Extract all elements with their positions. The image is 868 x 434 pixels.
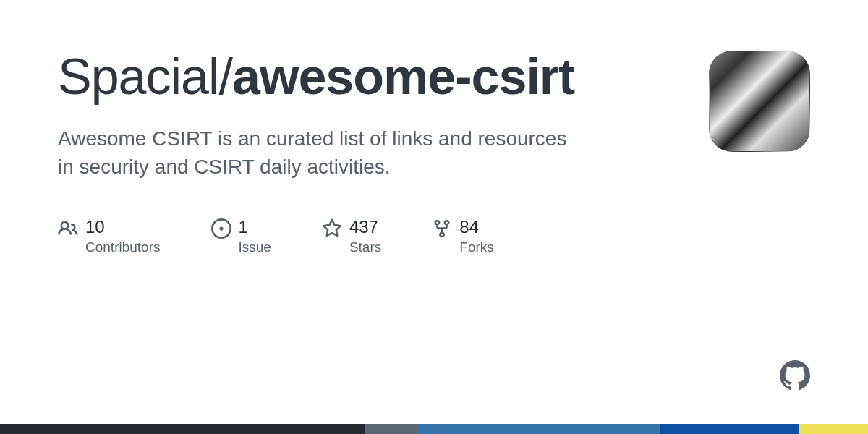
repo-name-part2[interactable]: csirt bbox=[472, 48, 575, 105]
github-logo-icon[interactable] bbox=[780, 360, 810, 391]
contributors-count: 10 bbox=[85, 217, 161, 238]
language-segment bbox=[799, 424, 868, 434]
repo-main: Spacial/awesome-csirt Awesome CSIRT is a… bbox=[58, 51, 680, 255]
stat-issues[interactable]: 1 Issue bbox=[211, 217, 271, 255]
repo-slash: / bbox=[219, 48, 232, 105]
repo-stats: 10 Contributors 1 Issue 437 bbox=[58, 217, 680, 255]
avatar[interactable] bbox=[709, 51, 810, 152]
repo-card: Spacial/awesome-csirt Awesome CSIRT is a… bbox=[0, 0, 868, 255]
language-segment bbox=[417, 424, 660, 434]
issues-count: 1 bbox=[239, 217, 271, 238]
fork-icon bbox=[432, 218, 452, 239]
language-segment bbox=[660, 424, 799, 434]
stat-contributors[interactable]: 10 Contributors bbox=[58, 217, 161, 255]
stat-stars[interactable]: 437 Stars bbox=[322, 217, 381, 255]
stat-forks[interactable]: 84 Forks bbox=[432, 217, 494, 255]
repo-title[interactable]: Spacial/awesome-csirt bbox=[58, 51, 680, 104]
language-segment bbox=[365, 424, 417, 434]
people-icon bbox=[58, 218, 78, 239]
stars-label: Stars bbox=[349, 239, 381, 255]
issue-icon bbox=[211, 218, 231, 239]
contributors-label: Contributors bbox=[85, 239, 161, 255]
repo-name-part1[interactable]: awesome bbox=[232, 48, 455, 105]
star-icon bbox=[322, 218, 342, 239]
forks-count: 84 bbox=[459, 217, 494, 238]
forks-label: Forks bbox=[459, 239, 494, 255]
repo-owner[interactable]: Spacial bbox=[58, 48, 219, 105]
repo-description: Awesome CSIRT is an curated list of link… bbox=[58, 124, 579, 181]
language-bar bbox=[0, 424, 868, 434]
stars-count: 437 bbox=[349, 217, 381, 238]
language-segment bbox=[0, 424, 365, 434]
issues-label: Issue bbox=[239, 239, 271, 255]
